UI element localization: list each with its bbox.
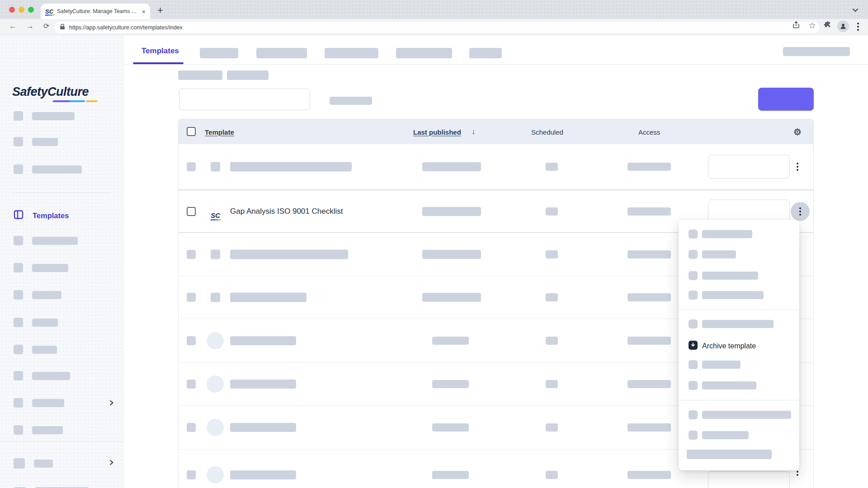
sidebar-item-placeholder[interactable] — [14, 398, 64, 408]
menu-item-placeholder[interactable] — [689, 250, 736, 259]
chevron-right-icon[interactable] — [108, 459, 114, 467]
new-tab-button[interactable]: + — [157, 5, 163, 16]
header-right-placeholder — [783, 47, 850, 56]
tab-templates[interactable]: Templates — [142, 47, 179, 56]
access-placeholder — [627, 250, 671, 258]
sidebar-item-templates[interactable]: Templates — [14, 210, 69, 221]
screen: SC SafetyCulture: Manage Teams and ... ×… — [0, 0, 868, 488]
sidebar: SafetyCulture Templates — [0, 35, 124, 488]
tab-placeholder[interactable] — [396, 48, 452, 58]
menu-item-archive-template[interactable]: Archive template — [689, 341, 756, 352]
chevron-right-icon[interactable] — [108, 399, 114, 408]
sidebar-item-placeholder[interactable] — [14, 164, 82, 174]
sidebar-item-placeholder[interactable] — [14, 290, 61, 300]
tab-placeholder[interactable] — [325, 48, 378, 58]
sort-descending-icon[interactable]: ↓ — [472, 127, 476, 136]
sidebar-bottom-item[interactable] — [14, 458, 53, 469]
template-name[interactable]: Gap Analysis ISO 9001 Checklist — [230, 207, 343, 216]
access-button-placeholder[interactable] — [708, 155, 790, 179]
placeholder-icon — [689, 230, 698, 239]
template-name-placeholder — [230, 423, 296, 432]
checkbox-placeholder[interactable] — [187, 250, 196, 259]
share-icon[interactable] — [792, 21, 800, 31]
sidebar-item-placeholder[interactable] — [14, 425, 63, 435]
sc-template-logo: SC — [211, 211, 220, 219]
scheduled-placeholder — [546, 250, 558, 258]
access-button-placeholder[interactable] — [708, 471, 790, 488]
reload-button[interactable]: ⟳ — [43, 22, 49, 30]
menu-item-placeholder[interactable] — [687, 450, 772, 459]
search-input[interactable] — [179, 89, 310, 110]
column-header-last-published[interactable]: Last published — [413, 128, 461, 136]
table-row[interactable] — [179, 144, 813, 190]
placeholder-bar — [702, 230, 752, 238]
sidebar-item-placeholder[interactable] — [14, 236, 78, 245]
placeholder-bar — [32, 291, 61, 299]
window-zoom-button[interactable] — [28, 7, 34, 13]
tab-placeholder[interactable] — [200, 48, 238, 58]
back-button[interactable]: ← — [9, 22, 17, 31]
menu-item-placeholder[interactable] — [689, 431, 749, 440]
create-template-button[interactable] — [758, 88, 814, 111]
placeholder-icon — [14, 371, 23, 380]
column-header-scheduled[interactable]: Scheduled — [531, 128, 563, 136]
last-published-placeholder — [432, 423, 469, 432]
tab-search-chevron-icon[interactable] — [852, 6, 859, 15]
tab-placeholder[interactable] — [469, 48, 502, 58]
url-text[interactable]: https://app.safetyculture.com/templates/… — [69, 24, 814, 31]
checkbox-placeholder[interactable] — [187, 336, 196, 345]
browser-tab-strip: SC SafetyCulture: Manage Teams and ... ×… — [0, 0, 868, 19]
sidebar-item-placeholder[interactable] — [14, 137, 58, 146]
extensions-puzzle-icon[interactable] — [824, 21, 832, 31]
row-checkbox[interactable] — [187, 207, 196, 216]
placeholder-bar — [702, 320, 774, 328]
template-icon-placeholder — [211, 249, 220, 259]
archive-icon — [689, 341, 698, 352]
placeholder-bar — [702, 361, 741, 369]
select-all-checkbox[interactable] — [187, 127, 196, 136]
checkbox-placeholder[interactable] — [187, 380, 196, 389]
placeholder-bar — [702, 411, 791, 419]
browser-profile-avatar[interactable] — [837, 20, 849, 32]
browser-menu-kebab-icon[interactable] — [857, 23, 859, 31]
menu-item-placeholder[interactable] — [689, 319, 774, 328]
menu-item-placeholder[interactable] — [689, 410, 791, 419]
checkbox-placeholder[interactable] — [187, 470, 196, 479]
sidebar-item-placeholder[interactable] — [14, 263, 68, 272]
menu-item-placeholder[interactable] — [689, 381, 756, 390]
bookmark-star-icon[interactable]: ☆ — [808, 20, 816, 31]
placeholder-icon — [689, 271, 698, 280]
window-close-button[interactable] — [9, 7, 15, 13]
sidebar-item-placeholder[interactable] — [14, 345, 57, 354]
window-minimize-button[interactable] — [19, 7, 24, 13]
column-header-access[interactable]: Access — [638, 128, 660, 136]
row-menu-kebab-active[interactable] — [791, 202, 810, 221]
checkbox-placeholder[interactable] — [187, 293, 196, 302]
forward-button[interactable]: → — [26, 22, 34, 31]
sidebar-item-placeholder[interactable] — [14, 371, 70, 380]
placeholder-bar — [702, 272, 758, 280]
scheduled-placeholder — [546, 293, 558, 301]
tab-close-icon[interactable]: × — [142, 8, 146, 15]
filter-placeholder[interactable] — [330, 97, 372, 105]
checkbox-placeholder[interactable] — [187, 162, 196, 171]
browser-tab[interactable]: SC SafetyCulture: Manage Teams and ... × — [41, 4, 150, 19]
menu-item-placeholder[interactable] — [689, 230, 752, 239]
last-published-placeholder — [432, 337, 469, 345]
column-header-template[interactable]: Template — [205, 128, 234, 136]
address-bar[interactable]: https://app.safetyculture.com/templates/… — [54, 22, 819, 33]
row-menu-kebab-icon[interactable] — [797, 163, 798, 171]
table-settings-gear-icon[interactable]: ⚙ — [793, 127, 802, 136]
scheduled-placeholder — [546, 163, 558, 171]
placeholder-bar — [34, 460, 53, 468]
template-avatar-placeholder — [207, 375, 224, 393]
access-placeholder — [627, 337, 671, 345]
menu-item-placeholder[interactable] — [689, 360, 741, 369]
sidebar-item-placeholder[interactable] — [14, 111, 75, 121]
tab-placeholder[interactable] — [256, 48, 307, 58]
sidebar-item-placeholder[interactable] — [14, 318, 58, 327]
access-placeholder — [627, 471, 671, 479]
checkbox-placeholder[interactable] — [187, 423, 196, 432]
menu-item-placeholder[interactable] — [689, 271, 758, 280]
menu-item-placeholder[interactable] — [689, 291, 764, 300]
